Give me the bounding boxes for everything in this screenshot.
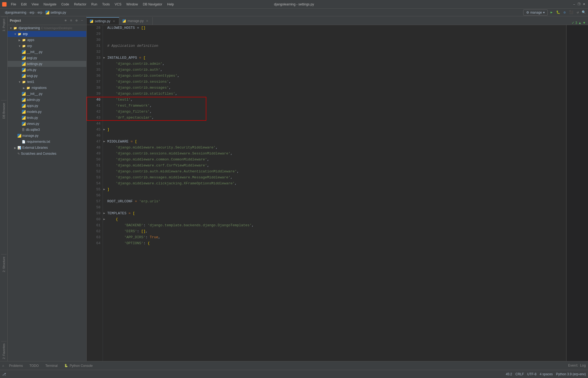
line-num-58: 58	[89, 205, 100, 210]
tree-item-manage-py[interactable]: manage.py	[8, 133, 86, 139]
tree-item-apps-py[interactable]: apps.py	[8, 103, 86, 109]
project-panel-label[interactable]: 1: Project	[1, 16, 7, 33]
editor-content[interactable]: 28 29 30 31 32 33 34 35 36 37 38 39 40 4…	[87, 25, 588, 361]
fold-arrow-55[interactable]: ▶	[103, 187, 107, 193]
sidebar-header: Project ⊕ ≡ ⚙ −	[8, 16, 86, 25]
folder-icon: 📁	[22, 44, 26, 48]
manage-button[interactable]: ⚙ manage ▾	[523, 10, 548, 16]
breadcrumb-erp1[interactable]: erp	[30, 11, 34, 14]
tree-item-init-erp[interactable]: __init__.py	[8, 49, 86, 55]
menu-navigate[interactable]: Navigate	[41, 2, 59, 7]
search-everywhere-button[interactable]: 🔍	[581, 10, 586, 15]
menu-help[interactable]: Help	[165, 2, 176, 7]
menu-refactor[interactable]: Refactor	[72, 2, 88, 7]
tree-label: __init__.py	[27, 50, 42, 54]
status-position[interactable]: 45:2	[506, 372, 512, 376]
status-line-ending[interactable]: CRLF	[515, 372, 524, 376]
menu-tools[interactable]: Tools	[100, 2, 112, 7]
structure-label[interactable]: 2: Structure	[1, 254, 7, 274]
breadcrumb-project[interactable]: djangolearning	[5, 11, 26, 14]
manage-icon: ⚙	[526, 11, 529, 14]
tab-settings-close[interactable]: ✕	[112, 19, 116, 23]
sidebar-close-icon[interactable]: −	[80, 18, 84, 23]
line-num-41: 41	[89, 103, 100, 109]
fold-arrow-47[interactable]: ▶	[103, 139, 107, 145]
sidebar-settings-icon[interactable]: ⚙	[74, 18, 79, 23]
tree-item-erp-root[interactable]: ▼ 📁 erp	[8, 31, 86, 37]
menu-file[interactable]: File	[9, 2, 18, 7]
run-button[interactable]: ▶	[549, 10, 554, 15]
line-num-62: 62	[89, 228, 100, 234]
db-browser-label[interactable]: DB Browser	[1, 100, 7, 121]
code-line-54: 'django.middleware.clickjacking.XFrameOp…	[107, 181, 566, 187]
tree-item-scratches[interactable]: ✎ Scratches and Consoles	[8, 151, 86, 157]
arrow-icon: ▶	[22, 86, 26, 90]
stop-button[interactable]: ⬛	[568, 10, 574, 15]
status-python[interactable]: Python 3.9 (erp-env)	[556, 372, 586, 376]
tree-item-admin[interactable]: admin.py	[8, 97, 86, 103]
sidebar-title: Project	[10, 19, 21, 23]
profile-button[interactable]: ◎	[562, 10, 567, 15]
bottom-tab-todo-label: TODO	[29, 364, 39, 368]
bottom-tab-python-console[interactable]: 🐍 Python Console	[62, 362, 96, 370]
menu-run[interactable]: Run	[89, 2, 99, 7]
tab-manage[interactable]: manage.py ✕	[119, 17, 152, 25]
status-indent[interactable]: 4 spaces	[540, 372, 553, 376]
bottom-tab-problems-label: Problems	[9, 364, 23, 368]
menu-bar: File Edit View Navigate Code Refactor Ru…	[2, 2, 176, 7]
menu-vcs[interactable]: VCS	[112, 2, 124, 7]
tree-item-views[interactable]: views.py	[8, 121, 86, 127]
favorites-label[interactable]: 2: Favorites	[1, 341, 7, 361]
bottom-tab-terminal[interactable]: Terminal	[42, 362, 60, 370]
tree-item-init-test1[interactable]: __init__.py	[8, 91, 86, 97]
tree-item-djangolearning[interactable]: ▼ 📁 djangolearning C:\Users\gxx\Desktop\…	[8, 25, 86, 31]
fold-arrow-59[interactable]: ▶	[103, 210, 107, 216]
sidebar-locate-icon[interactable]: ⊕	[63, 18, 68, 23]
breadcrumb-file[interactable]: settings.py	[50, 11, 66, 14]
tree-item-external-libs[interactable]: ▶ 📊 External Libraries	[8, 145, 86, 151]
menu-edit[interactable]: Edit	[19, 2, 29, 7]
status-encoding[interactable]: UTF-8	[527, 372, 537, 376]
editor-area: settings.py ✕ manage.py ✕ ✓ 3 ▲ ▼ 28 29	[87, 16, 588, 361]
code-line-64: 'OPTIONS': {	[107, 240, 566, 246]
tab-settings[interactable]: settings.py ✕	[87, 17, 119, 25]
menu-view[interactable]: View	[29, 2, 41, 7]
close-button[interactable]: ✕	[582, 2, 586, 6]
tree-item-test1[interactable]: ▼ 📁 test1	[8, 79, 86, 85]
rerun-button[interactable]: ↺	[575, 10, 580, 15]
tree-item-db-sqlite3[interactable]: 🗄 db.sqlite3	[8, 127, 86, 133]
event-log-label[interactable]: Event Log	[568, 364, 586, 368]
tree-item-apps[interactable]: ▶ 📁 apps	[8, 37, 86, 43]
maximize-button[interactable]: ❐	[577, 2, 581, 6]
tree-item-urls[interactable]: urls.py	[8, 67, 86, 73]
code-area[interactable]: ALLOWED_HOSTS = [] # Application definit…	[103, 25, 566, 361]
bottom-tab-python-console-label: Python Console	[70, 364, 93, 368]
tree-item-erp-inner[interactable]: ▼ 📁 erp	[8, 43, 86, 49]
tree-item-tests[interactable]: tests.py	[8, 115, 86, 121]
bottom-tab-todo[interactable]: TODO	[27, 362, 41, 370]
tree-item-models[interactable]: models.py	[8, 109, 86, 115]
bottom-tab-problems[interactable]: Problems	[6, 362, 26, 370]
status-git[interactable]: ⎇	[2, 372, 6, 376]
debug-button[interactable]: 🐛	[555, 10, 561, 15]
tree-item-migrations[interactable]: ▶ 📁 migrations	[8, 85, 86, 91]
position-label: 45:2	[506, 372, 512, 376]
breadcrumb-erp2[interactable]: erp	[38, 11, 42, 14]
fold-arrow-33[interactable]: ▶	[103, 55, 107, 61]
chevron-down-icon[interactable]: ▼	[583, 21, 586, 25]
tree-label: models.py	[27, 110, 42, 114]
tree-item-asgi[interactable]: asgi.py	[8, 55, 86, 61]
sidebar-collapse-icon[interactable]: ≡	[69, 18, 73, 23]
code-line-47: ▶MIDDLEWARE = [	[107, 139, 566, 145]
minimize-button[interactable]: −	[572, 2, 576, 6]
tree-item-wsgi[interactable]: wsgi.py	[8, 73, 86, 79]
fold-arrow-45[interactable]: ▶	[103, 127, 107, 133]
menu-window[interactable]: Window	[124, 2, 140, 7]
chevron-up-icon[interactable]: ▲	[578, 21, 581, 25]
menu-db-navigator[interactable]: DB Navigator	[141, 2, 164, 7]
menu-code[interactable]: Code	[59, 2, 71, 7]
tree-item-settings[interactable]: settings.py	[8, 61, 86, 67]
tab-manage-close[interactable]: ✕	[145, 19, 149, 23]
tree-item-requirements[interactable]: 📄 requirements.txt	[8, 139, 86, 145]
fold-arrow-60[interactable]: ▶	[103, 216, 107, 222]
